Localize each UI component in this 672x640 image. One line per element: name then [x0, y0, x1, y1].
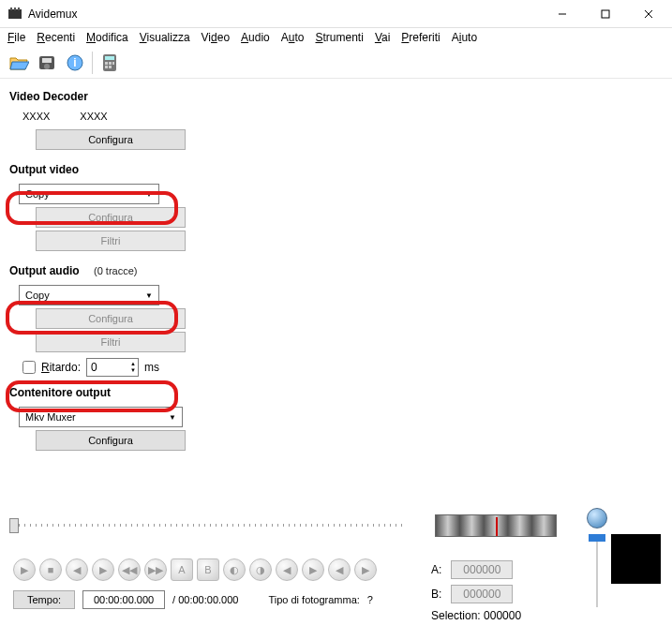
- muxer-combo[interactable]: Mkv Muxer ▼: [19, 407, 183, 427]
- svg-rect-1: [10, 7, 12, 10]
- marker-a-value: 000000: [451, 560, 513, 579]
- next-frame-button[interactable]: ▶: [92, 558, 114, 581]
- video-preview: [611, 534, 661, 584]
- decoder-title: Video Decoder: [9, 90, 663, 103]
- audio-codec-value: Copy: [25, 290, 50, 301]
- frametype-label: Tipo di fotogramma:: [268, 594, 359, 605]
- menu-tools[interactable]: Strumenti: [316, 31, 364, 44]
- minimize-button[interactable]: [541, 0, 584, 28]
- decoder-value: XXXX: [80, 111, 107, 122]
- video-configure-button[interactable]: Configura: [36, 207, 186, 228]
- window-title: Avidemux: [28, 7, 541, 21]
- frametype-value: ?: [367, 594, 373, 605]
- shift-unit: ms: [144, 361, 159, 374]
- volume-knob[interactable]: [585, 508, 609, 532]
- menu-file[interactable]: File: [7, 31, 25, 44]
- status-bar: Tempo: 00:00:00.000 / 00:00:00.000 Tipo …: [13, 590, 373, 609]
- info-icon[interactable]: i: [62, 50, 88, 76]
- shift-checkbox[interactable]: [22, 361, 36, 374]
- video-filters-button[interactable]: Filtri: [36, 231, 186, 251]
- marker-b-value: 000000: [451, 585, 513, 603]
- menu-video[interactable]: Video: [202, 31, 231, 44]
- set-marker-b-button[interactable]: B: [197, 558, 219, 581]
- duration-text: / 00:00:00.000: [172, 594, 238, 605]
- svg-rect-9: [42, 58, 52, 63]
- menu-auto[interactable]: Auto: [281, 31, 305, 44]
- prev-keyframe-button[interactable]: ◀◀: [118, 558, 141, 581]
- decoder-name: XXXX: [22, 111, 50, 122]
- svg-rect-14: [105, 56, 114, 60]
- container-title: Contenitore output: [9, 386, 663, 399]
- output-video-title: Output video: [9, 163, 663, 176]
- audio-configure-button[interactable]: Configura: [36, 308, 186, 329]
- first-frame-button[interactable]: ◀: [276, 558, 298, 581]
- left-panel: Video Decoder XXXX XXXX Configura Output…: [0, 79, 672, 461]
- next-black-button[interactable]: ◑: [249, 558, 272, 581]
- menu-favorites[interactable]: Preferiti: [401, 31, 440, 44]
- dropdown-arrow-icon: ▼: [145, 190, 153, 199]
- last-frame-button[interactable]: ▶: [302, 558, 324, 581]
- menu-audio[interactable]: Audio: [241, 31, 270, 44]
- muxer-configure-button[interactable]: Configura: [36, 430, 186, 451]
- markers-section: A: 000000 B: 000000 Selection: 000000: [431, 560, 521, 622]
- titlebar: Avidemux: [0, 0, 672, 28]
- menu-help[interactable]: Aiuto: [452, 31, 477, 44]
- prev-cut-button[interactable]: ◀: [328, 558, 351, 581]
- menu-view[interactable]: Visualizza: [140, 31, 190, 44]
- svg-rect-5: [602, 10, 609, 18]
- selection-label: Selection:: [431, 609, 481, 622]
- toolbar: i: [0, 47, 672, 79]
- spin-buttons[interactable]: ▲▼: [130, 361, 136, 374]
- svg-rect-3: [18, 7, 20, 10]
- audio-tracks-count: (0 tracce): [94, 265, 137, 276]
- timeline-slider[interactable]: [13, 513, 407, 539]
- svg-rect-17: [112, 62, 114, 65]
- prev-frame-button[interactable]: ◀: [66, 558, 88, 581]
- svg-rect-0: [8, 9, 22, 19]
- jog-wheel[interactable]: [435, 514, 557, 537]
- set-marker-a-button[interactable]: A: [171, 558, 193, 581]
- svg-rect-19: [109, 66, 112, 68]
- menu-edit[interactable]: Modifica: [86, 31, 128, 44]
- save-icon[interactable]: [34, 50, 60, 76]
- menu-recent[interactable]: Recenti: [37, 31, 75, 44]
- marker-b-label: B:: [431, 588, 441, 601]
- close-button[interactable]: [627, 0, 670, 28]
- volume-thumb[interactable]: [589, 534, 605, 542]
- selection-value: 000000: [484, 609, 521, 622]
- menubar: File Recenti Modifica Visualizza Video A…: [0, 28, 672, 47]
- audio-filters-button[interactable]: Filtri: [36, 332, 186, 352]
- tempo-label: Tempo:: [13, 590, 75, 609]
- video-codec-combo[interactable]: Copy ▼: [19, 184, 159, 204]
- dropdown-arrow-icon: ▼: [145, 291, 153, 300]
- open-file-icon[interactable]: [6, 50, 32, 76]
- dropdown-arrow-icon: ▼: [169, 413, 176, 422]
- shift-label: Ritardo:: [41, 361, 81, 374]
- transport-controls: ▶ ■ ◀ ▶ ◀◀ ▶▶ A B ◐ ◑ ◀ ▶ ◀ ▶: [13, 558, 377, 581]
- calculator-icon[interactable]: [97, 50, 123, 76]
- output-audio-title: Output audio (0 tracce): [9, 264, 663, 277]
- decoder-configure-button[interactable]: Configura: [36, 129, 186, 150]
- next-keyframe-button[interactable]: ▶▶: [144, 558, 167, 581]
- stop-button[interactable]: ■: [39, 558, 62, 581]
- prev-black-button[interactable]: ◐: [223, 558, 246, 581]
- muxer-value: Mkv Muxer: [25, 411, 76, 423]
- svg-rect-15: [105, 62, 108, 65]
- menu-go[interactable]: Vai: [375, 31, 390, 44]
- svg-point-10: [44, 64, 50, 69]
- volume-slider[interactable]: [592, 534, 602, 607]
- svg-rect-2: [14, 7, 16, 10]
- timeline-thumb[interactable]: [9, 518, 19, 533]
- timeline-track: [13, 524, 407, 527]
- next-cut-button[interactable]: ▶: [354, 558, 377, 581]
- svg-rect-18: [105, 66, 108, 68]
- maximize-button[interactable]: [584, 0, 627, 28]
- shift-spinbox[interactable]: 0 ▲▼: [86, 358, 139, 377]
- play-button[interactable]: ▶: [13, 558, 36, 581]
- svg-rect-16: [109, 62, 112, 65]
- app-icon: [7, 7, 22, 22]
- toolbar-divider: [92, 52, 93, 74]
- marker-a-label: A:: [431, 563, 441, 576]
- audio-codec-combo[interactable]: Copy ▼: [19, 285, 159, 305]
- tempo-field[interactable]: 00:00:00.000: [82, 590, 165, 609]
